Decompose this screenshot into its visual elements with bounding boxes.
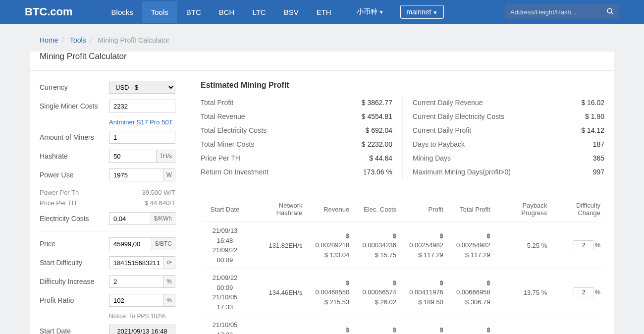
profit-value: $ 16.02 [581, 99, 604, 107]
table-header: Difficulty Change [551, 197, 604, 222]
startdiff-input[interactable] [109, 256, 163, 269]
power-unit: W [163, 168, 175, 181]
startdate-label: Start Date [40, 327, 109, 334]
elec-input[interactable] [109, 212, 151, 225]
nav-bch[interactable]: BCH [210, 1, 244, 23]
header: BTC.com Blocks Tools BTC BCH LTC BSV ETH… [0, 0, 644, 24]
cell-payback: 13.75 % [494, 269, 551, 316]
table-header: Elec. Costs [353, 197, 400, 222]
cell-hash: 131.82EH/s [249, 222, 306, 269]
powerperth-value: 39.500 W/T [142, 189, 175, 196]
diffinc-label: Difficulty Increase [40, 278, 109, 285]
profit-value: 365 [593, 154, 604, 162]
breadcrumb-home[interactable]: Home [40, 36, 58, 44]
profit-label: Total Miner Costs [201, 140, 254, 148]
cell-totalprofit: ฿ 0.01069747$ 492.07 [447, 316, 494, 334]
minercost-input[interactable] [109, 100, 175, 112]
profit-value: $ 692.04 [366, 126, 393, 134]
search-icon[interactable] [606, 7, 614, 17]
chevron-down-icon: ▼ [379, 9, 384, 15]
cell-date: 21/09/13 16:4821/09/22 00:09 [201, 222, 249, 269]
profit-left: Total Profit$ 3862.77Total Revenue$ 4554… [201, 96, 403, 179]
price-input[interactable] [109, 237, 152, 250]
smallcoin-label: 小币种 [357, 7, 377, 15]
profitratio-label: Profit Ratio [40, 296, 109, 304]
cell-elec: ฿ 0.00056574$ 26.02 [353, 269, 400, 316]
table-row: 21/10/05 17:3321/10/19 10:58137.15EH/s฿ … [201, 316, 604, 334]
sidebar: CurrencyUSD - $ Single Miner Costs Antmi… [40, 81, 188, 334]
cell-revenue: ฿ 0.00459363$ 211.30 [306, 316, 353, 334]
cell-profit: ฿ 0.00254982$ 117.29 [400, 222, 447, 269]
nav-tools[interactable]: Tools [142, 1, 177, 23]
cell-hash: 134.46EH/s [249, 269, 306, 316]
powerperth-label: Power Per Th [40, 189, 79, 196]
table-header: Revenue [306, 197, 353, 222]
cell-date: 21/10/05 17:3321/10/19 10:58 [201, 316, 249, 334]
cell-revenue: ฿ 0.00289218$ 133.04 [306, 222, 353, 269]
profit-value: $ 44.64 [369, 154, 392, 162]
cell-diff: % [551, 269, 604, 316]
breadcrumb-tools[interactable]: Tools [70, 36, 86, 44]
table-row: 21/09/22 00:0921/10/05 17:33134.46EH/s฿ … [201, 269, 604, 316]
network-select[interactable]: mainnet▼ [400, 5, 444, 19]
startdate-input[interactable] [109, 325, 175, 334]
price-label: Price [40, 240, 109, 248]
profit-value: $ 3862.77 [362, 99, 392, 107]
power-label: Power Use [40, 171, 109, 179]
profit-value: $ 2232.00 [362, 140, 392, 148]
diff-input[interactable] [574, 240, 593, 250]
breadcrumb: Home/ Tools/ Mining Profit Calculator [30, 24, 614, 52]
nav-smallcoin[interactable]: 小币种▼ [353, 1, 388, 23]
profit-title: Estimated Mining Profit [201, 81, 604, 90]
hashrate-input[interactable] [109, 150, 156, 163]
price-unit: $/BTC [152, 237, 175, 250]
miner-model-link[interactable]: Antminer S17 Pro 50T [109, 118, 175, 126]
main: CurrencyUSD - $ Single Miner Costs Antmi… [30, 71, 614, 334]
profit-label: Total Electricity Costs [201, 126, 267, 134]
logo[interactable]: BTC.com [25, 5, 73, 18]
profitratio-input[interactable] [109, 294, 163, 307]
profit-label: Price Per TH [201, 154, 240, 162]
table-header: Network Hashrate [249, 197, 306, 222]
nav-btc[interactable]: BTC [177, 1, 210, 23]
profit-table: Start DateNetwork HashrateRevenueElec. C… [201, 197, 604, 334]
cell-payback: 22.05 % [494, 316, 551, 334]
currency-label: Currency [40, 83, 109, 91]
cell-diff: % [551, 222, 604, 269]
refresh-icon[interactable]: ⟳ [163, 256, 175, 269]
nav-ltc[interactable]: LTC [243, 1, 274, 23]
table-header: Payback Progress [494, 197, 551, 222]
nav-bsv[interactable]: BSV [275, 1, 308, 23]
cell-profit: ฿ 0.00402789$ 185.28 [400, 316, 447, 334]
profit-label: Mining Days [413, 154, 451, 162]
power-input[interactable] [109, 168, 163, 181]
profit-value: $ 14.12 [581, 126, 604, 134]
amount-input[interactable] [109, 131, 175, 144]
hashrate-label: Hashrate [40, 152, 109, 160]
nav-blocks[interactable]: Blocks [103, 1, 142, 23]
profit-value: $ 4554.81 [362, 112, 392, 120]
elec-label: Electricity Costs [40, 215, 109, 223]
profitratio-unit: % [163, 294, 175, 307]
cell-profit: ฿ 0.00411976$ 189.50 [400, 269, 447, 316]
profit-label: Current Daily Profit [413, 126, 471, 134]
profit-label: Current Daily Electricity Costs [413, 112, 504, 120]
table-row: 21/09/13 16:4821/09/22 00:09131.82EH/s฿ … [201, 222, 604, 269]
diff-input[interactable] [574, 287, 593, 297]
nav-eth[interactable]: ETH [308, 1, 340, 23]
svg-line-1 [611, 12, 613, 14]
profit-label: Maximum Mining Days(profit>0) [413, 168, 511, 176]
diffinc-unit: % [163, 275, 175, 288]
cell-totalprofit: ฿ 0.00254982$ 117.29 [447, 222, 494, 269]
elec-unit: $/KWh [151, 212, 175, 225]
diffinc-input[interactable] [109, 275, 163, 288]
chevron-down-icon: ▼ [432, 10, 437, 15]
cell-hash: 137.15EH/s [249, 316, 306, 334]
profit-grid: Total Profit$ 3862.77Total Revenue$ 4554… [201, 96, 604, 184]
svg-point-0 [607, 8, 612, 13]
table-header: Start Date [201, 197, 249, 222]
profit-label: Total Profit [201, 99, 233, 107]
cell-revenue: ฿ 0.00468550$ 215.53 [306, 269, 353, 316]
currency-select[interactable]: USD - $ [109, 81, 175, 94]
search-input[interactable] [510, 8, 606, 16]
